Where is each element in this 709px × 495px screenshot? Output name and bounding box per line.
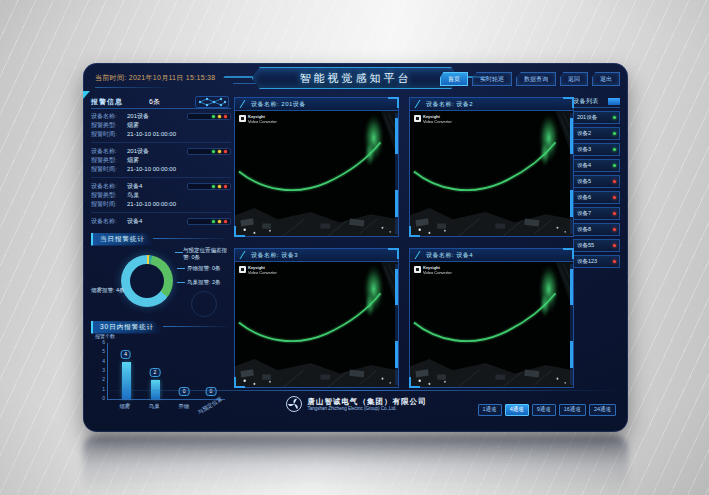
nav-button-item[interactable]: 数据查询	[516, 72, 556, 86]
device-status-dot	[613, 132, 616, 135]
watermark-product: Video Converter	[423, 120, 452, 125]
video-panel-header: 设备名称: 设备2	[410, 98, 573, 111]
alarm-time-row: 报警时间:21-10-10 00:00:00	[91, 200, 231, 209]
device-list-item[interactable]: 设备4	[573, 159, 620, 172]
nav-button-item[interactable]: 返回	[560, 72, 588, 86]
device-list-item[interactable]: 设备3	[573, 143, 620, 156]
video-scrollbar[interactable]	[395, 113, 398, 234]
monthly-stats-title: 30日内报警统计	[91, 321, 164, 334]
channel-button[interactable]: 9通道	[532, 404, 556, 416]
donut-label-foreign-object: 异物报警: 0条	[187, 265, 221, 272]
alarm-list: 设备名称:201设备报警类型:烟雾报警时间:21-10-10 01:00:00设…	[91, 111, 231, 229]
watermark-logo-icon	[239, 266, 246, 273]
alarm-sidebar: 报警信息 6条 设备名称:201设备报警类型:烟雾报警时间:21-10-10 0…	[91, 95, 231, 417]
donut-label-position-deviation: 与预定位置偏差报警: 0条	[183, 247, 231, 260]
video-watermark: Keysight Video Converter	[239, 266, 277, 275]
corner-accent	[83, 91, 90, 99]
video-device-name: 设备名称: 设备2	[426, 100, 473, 109]
bar-chart-ylabel: 报警个数	[95, 333, 115, 339]
device-status-dot	[613, 244, 616, 247]
company-name-en: Tangshan Zhicheng Electric (Group) Co.,L…	[308, 406, 427, 412]
donut-label-nest: 鸟巢报警: 2条	[187, 279, 221, 286]
alarm-status-indicator	[187, 113, 231, 120]
video-watermark: Keysight Video Converter	[414, 115, 452, 124]
company-branding: 唐山智诚电气（集团）有限公司 Tangshan Zhicheng Electri…	[285, 395, 427, 413]
footer-bar: 唐山智诚电气（集团）有限公司 Tangshan Zhicheng Electri…	[83, 390, 628, 432]
device-list-item[interactable]: 设备55	[573, 239, 620, 252]
device-status-dot	[613, 148, 616, 151]
device-list-item[interactable]: 201设备	[573, 111, 620, 124]
channel-button[interactable]: 16通道	[559, 404, 586, 416]
video-feed: Keysight Video Converter	[235, 111, 398, 236]
alarm-time-row: 报警时间:21-10-10 00:00:00	[91, 165, 231, 174]
main-nav: 首页实时轮巡数据查询返回退出	[440, 72, 620, 86]
video-panel-header: 设备名称: 设备3	[235, 249, 398, 262]
video-scrollbar[interactable]	[395, 264, 398, 385]
watermark-product: Video Converter	[248, 271, 277, 276]
device-status-dot	[613, 180, 616, 183]
alarm-type-row: 报警类型:烟雾	[91, 156, 231, 165]
video-panel-header: 设备名称: 201设备	[235, 98, 398, 111]
device-list-item[interactable]: 设备7	[573, 207, 620, 220]
y-tick: 2	[93, 377, 105, 382]
page-title: 智能视觉感知平台	[252, 67, 460, 89]
watermark-logo-icon	[414, 115, 421, 122]
alarm-list-item[interactable]: 设备名称:设备4	[91, 216, 231, 229]
header-slash-decor	[240, 251, 251, 259]
device-list-tab[interactable]	[608, 98, 620, 105]
alarm-list-item[interactable]: 设备名称:201设备报警类型:烟雾报警时间:21-10-10 00:00:00	[91, 146, 231, 178]
alarm-status-indicator	[187, 183, 231, 190]
page-title-text: 智能视觉感知平台	[300, 71, 412, 86]
video-panel[interactable]: 设备名称: 设备4	[409, 248, 574, 388]
channel-button[interactable]: 4通道	[505, 404, 529, 416]
donut-ring	[121, 255, 173, 307]
section-decor-line	[153, 238, 231, 239]
donut-label-smoke: 烟雾报警: 4条	[91, 287, 125, 294]
video-panel[interactable]: 设备名称: 设备2	[409, 97, 574, 237]
device-list-title: 设备列表	[573, 97, 599, 106]
device-status-dot	[613, 196, 616, 199]
today-alarm-donut-chart: 烟雾报警: 4条 鸟巢报警: 2条 异物报警: 0条 与预定位置偏差报警: 0条	[91, 247, 231, 319]
video-feed: Keysight Video Converter	[410, 262, 573, 387]
alarm-list-item[interactable]: 设备名称:201设备报警类型:烟雾报警时间:21-10-10 01:00:00	[91, 111, 231, 143]
nav-button-item[interactable]: 实时轮巡	[472, 72, 512, 86]
y-tick: 6	[93, 340, 105, 345]
title-decor	[223, 76, 252, 78]
alarm-status-indicator	[187, 218, 231, 225]
device-list-item[interactable]: 设备6	[573, 191, 620, 204]
video-panel-header: 设备名称: 设备4	[410, 249, 573, 262]
device-list-panel: 设备列表 201设备设备2设备3设备4设备5设备6设备7设备8设备55设备123	[573, 95, 620, 388]
device-status-dot	[613, 164, 616, 167]
alarm-type-row: 报警类型:烟雾	[91, 121, 231, 130]
y-tick: 5	[93, 349, 105, 354]
nav-button-item[interactable]: 退出	[592, 72, 620, 86]
alarm-panel-header: 报警信息 6条	[91, 95, 231, 109]
device-list-item[interactable]: 设备5	[573, 175, 620, 188]
video-panel[interactable]: 设备名称: 设备3	[234, 248, 399, 388]
circle-ornament	[191, 291, 217, 317]
dashboard-screen: 当前时间: 2021年10月11日 15:15:38 智能视觉感知平台 首页实时…	[83, 63, 628, 432]
alarm-status-indicator	[187, 148, 231, 155]
alarm-time-row: 报警时间:21-10-10 01:00:00	[91, 130, 231, 139]
nav-button-active[interactable]: 首页	[440, 72, 468, 86]
company-name-cn: 唐山智诚电气（集团）有限公司	[308, 397, 427, 406]
device-list-item[interactable]: 设备123	[573, 255, 620, 268]
device-status-dot	[613, 116, 616, 119]
header-slash-decor	[415, 251, 426, 259]
channel-switcher: 1通道4通道9通道16通道24通道	[478, 404, 616, 416]
header-decor-line	[95, 87, 173, 88]
alarm-list-item[interactable]: 设备名称:设备4报警类型:鸟巢报警时间:21-10-10 00:00:00	[91, 181, 231, 213]
device-list-item[interactable]: 设备8	[573, 223, 620, 236]
header-slash-decor	[415, 100, 426, 108]
video-watermark: Keysight Video Converter	[414, 266, 452, 275]
section-decor-line	[163, 326, 231, 327]
video-panel[interactable]: 设备名称: 201设备	[234, 97, 399, 237]
channel-button[interactable]: 1通道	[478, 404, 502, 416]
channel-button[interactable]: 24通道	[589, 404, 616, 416]
y-tick: 3	[93, 368, 105, 373]
device-list-header: 设备列表	[573, 95, 620, 108]
watermark-product: Video Converter	[248, 120, 277, 125]
page-background: 当前时间: 2021年10月11日 15:15:38 智能视觉感知平台 首页实时…	[0, 0, 709, 495]
device-list-item[interactable]: 设备2	[573, 127, 620, 140]
video-feed: Keysight Video Converter	[235, 262, 398, 387]
